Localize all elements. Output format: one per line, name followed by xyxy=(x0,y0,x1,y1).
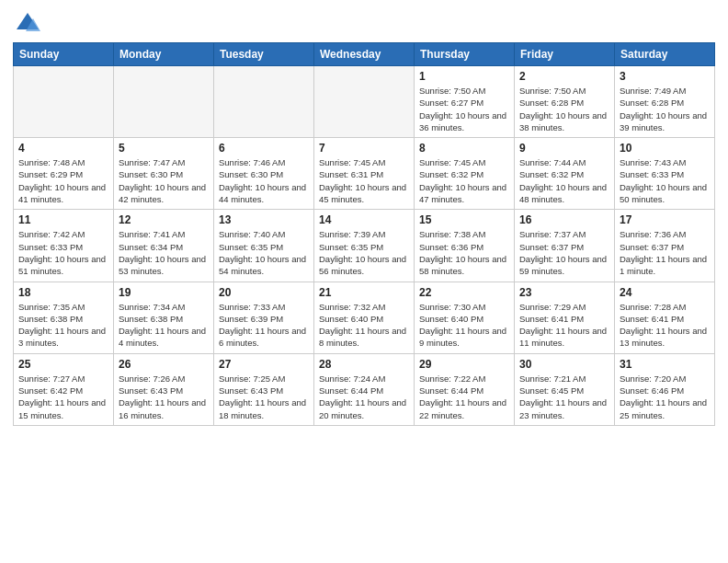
day-info: Sunrise: 7:45 AMSunset: 6:31 PMDaylight:… xyxy=(319,156,409,205)
day-number: 5 xyxy=(119,142,209,155)
day-number: 21 xyxy=(319,286,409,299)
day-cell: 16Sunrise: 7:37 AMSunset: 6:37 PMDayligh… xyxy=(515,210,615,282)
day-number: 30 xyxy=(519,358,609,371)
day-cell: 4Sunrise: 7:48 AMSunset: 6:29 PMDaylight… xyxy=(14,138,114,210)
day-header-friday: Friday xyxy=(515,43,615,66)
day-number: 20 xyxy=(219,286,309,299)
day-number: 1 xyxy=(419,70,509,83)
week-row-1: 1Sunrise: 7:50 AMSunset: 6:27 PMDaylight… xyxy=(14,66,715,138)
day-number: 11 xyxy=(18,213,108,226)
day-number: 14 xyxy=(319,213,409,226)
day-cell xyxy=(14,66,114,138)
day-cell: 7Sunrise: 7:45 AMSunset: 6:31 PMDaylight… xyxy=(314,138,415,210)
day-header-monday: Monday xyxy=(114,43,214,66)
day-cell: 10Sunrise: 7:43 AMSunset: 6:33 PMDayligh… xyxy=(615,138,715,210)
day-header-row: SundayMondayTuesdayWednesdayThursdayFrid… xyxy=(14,43,715,66)
day-header-saturday: Saturday xyxy=(615,43,715,66)
day-info: Sunrise: 7:33 AMSunset: 6:39 PMDaylight:… xyxy=(219,301,309,350)
day-info: Sunrise: 7:46 AMSunset: 6:30 PMDaylight:… xyxy=(219,156,309,205)
day-number: 12 xyxy=(119,213,209,226)
day-cell: 2Sunrise: 7:50 AMSunset: 6:28 PMDaylight… xyxy=(515,66,615,138)
day-cell: 18Sunrise: 7:35 AMSunset: 6:38 PMDayligh… xyxy=(14,282,114,353)
day-header-thursday: Thursday xyxy=(415,43,515,66)
week-row-4: 18Sunrise: 7:35 AMSunset: 6:38 PMDayligh… xyxy=(14,282,715,353)
day-number: 29 xyxy=(419,358,509,371)
day-cell: 21Sunrise: 7:32 AMSunset: 6:40 PMDayligh… xyxy=(314,282,415,353)
week-row-3: 11Sunrise: 7:42 AMSunset: 6:33 PMDayligh… xyxy=(14,210,715,282)
header xyxy=(13,9,715,35)
logo xyxy=(13,9,40,35)
day-cell: 12Sunrise: 7:41 AMSunset: 6:34 PMDayligh… xyxy=(114,210,214,282)
day-number: 28 xyxy=(319,358,409,371)
day-cell: 31Sunrise: 7:20 AMSunset: 6:46 PMDayligh… xyxy=(615,353,715,425)
day-cell: 17Sunrise: 7:36 AMSunset: 6:37 PMDayligh… xyxy=(615,210,715,282)
day-number: 18 xyxy=(18,286,108,299)
day-cell: 8Sunrise: 7:45 AMSunset: 6:32 PMDaylight… xyxy=(415,138,515,210)
day-number: 23 xyxy=(519,286,609,299)
week-row-2: 4Sunrise: 7:48 AMSunset: 6:29 PMDaylight… xyxy=(14,138,715,210)
day-number: 24 xyxy=(620,286,710,299)
day-info: Sunrise: 7:35 AMSunset: 6:38 PMDaylight:… xyxy=(18,301,108,350)
day-cell: 9Sunrise: 7:44 AMSunset: 6:32 PMDaylight… xyxy=(515,138,615,210)
day-info: Sunrise: 7:37 AMSunset: 6:37 PMDaylight:… xyxy=(519,228,609,277)
day-cell: 29Sunrise: 7:22 AMSunset: 6:44 PMDayligh… xyxy=(415,353,515,425)
day-header-tuesday: Tuesday xyxy=(214,43,314,66)
day-info: Sunrise: 7:47 AMSunset: 6:30 PMDaylight:… xyxy=(119,156,209,205)
day-cell: 14Sunrise: 7:39 AMSunset: 6:35 PMDayligh… xyxy=(314,210,415,282)
day-number: 19 xyxy=(119,286,209,299)
day-number: 9 xyxy=(519,142,609,155)
day-info: Sunrise: 7:22 AMSunset: 6:44 PMDaylight:… xyxy=(419,373,509,421)
day-info: Sunrise: 7:41 AMSunset: 6:34 PMDaylight:… xyxy=(119,228,209,277)
day-cell: 24Sunrise: 7:28 AMSunset: 6:41 PMDayligh… xyxy=(615,282,715,353)
calendar-table: SundayMondayTuesdayWednesdayThursdayFrid… xyxy=(13,42,715,426)
day-info: Sunrise: 7:26 AMSunset: 6:43 PMDaylight:… xyxy=(119,373,209,421)
day-number: 26 xyxy=(119,358,209,371)
day-info: Sunrise: 7:38 AMSunset: 6:36 PMDaylight:… xyxy=(419,228,509,277)
day-info: Sunrise: 7:28 AMSunset: 6:41 PMDaylight:… xyxy=(620,301,710,350)
day-info: Sunrise: 7:20 AMSunset: 6:46 PMDaylight:… xyxy=(620,373,710,421)
day-info: Sunrise: 7:32 AMSunset: 6:40 PMDaylight:… xyxy=(319,301,409,350)
day-cell: 1Sunrise: 7:50 AMSunset: 6:27 PMDaylight… xyxy=(415,66,515,138)
day-info: Sunrise: 7:21 AMSunset: 6:45 PMDaylight:… xyxy=(519,373,609,421)
day-cell: 3Sunrise: 7:49 AMSunset: 6:28 PMDaylight… xyxy=(615,66,715,138)
day-number: 4 xyxy=(18,142,108,155)
day-header-sunday: Sunday xyxy=(14,43,114,66)
week-row-5: 25Sunrise: 7:27 AMSunset: 6:42 PMDayligh… xyxy=(14,353,715,425)
day-cell: 23Sunrise: 7:29 AMSunset: 6:41 PMDayligh… xyxy=(515,282,615,353)
day-number: 15 xyxy=(419,213,509,226)
day-info: Sunrise: 7:29 AMSunset: 6:41 PMDaylight:… xyxy=(519,301,609,350)
day-info: Sunrise: 7:43 AMSunset: 6:33 PMDaylight:… xyxy=(620,156,710,205)
day-cell: 11Sunrise: 7:42 AMSunset: 6:33 PMDayligh… xyxy=(14,210,114,282)
day-number: 6 xyxy=(219,142,309,155)
day-number: 2 xyxy=(519,70,609,83)
day-info: Sunrise: 7:42 AMSunset: 6:33 PMDaylight:… xyxy=(18,228,108,277)
day-info: Sunrise: 7:50 AMSunset: 6:28 PMDaylight:… xyxy=(519,85,609,133)
day-number: 22 xyxy=(419,286,509,299)
day-cell: 25Sunrise: 7:27 AMSunset: 6:42 PMDayligh… xyxy=(14,353,114,425)
day-number: 25 xyxy=(18,358,108,371)
day-number: 17 xyxy=(620,213,710,226)
day-cell: 20Sunrise: 7:33 AMSunset: 6:39 PMDayligh… xyxy=(214,282,314,353)
day-info: Sunrise: 7:40 AMSunset: 6:35 PMDaylight:… xyxy=(219,228,309,277)
day-cell: 5Sunrise: 7:47 AMSunset: 6:30 PMDaylight… xyxy=(114,138,214,210)
day-number: 16 xyxy=(519,213,609,226)
day-cell xyxy=(214,66,314,138)
day-info: Sunrise: 7:34 AMSunset: 6:38 PMDaylight:… xyxy=(119,301,209,350)
day-cell: 26Sunrise: 7:26 AMSunset: 6:43 PMDayligh… xyxy=(114,353,214,425)
day-cell: 28Sunrise: 7:24 AMSunset: 6:44 PMDayligh… xyxy=(314,353,415,425)
day-cell: 19Sunrise: 7:34 AMSunset: 6:38 PMDayligh… xyxy=(114,282,214,353)
day-number: 3 xyxy=(620,70,710,83)
day-info: Sunrise: 7:24 AMSunset: 6:44 PMDaylight:… xyxy=(319,373,409,421)
day-cell: 6Sunrise: 7:46 AMSunset: 6:30 PMDaylight… xyxy=(214,138,314,210)
day-cell xyxy=(114,66,214,138)
day-number: 8 xyxy=(419,142,509,155)
day-cell: 13Sunrise: 7:40 AMSunset: 6:35 PMDayligh… xyxy=(214,210,314,282)
day-number: 7 xyxy=(319,142,409,155)
day-info: Sunrise: 7:44 AMSunset: 6:32 PMDaylight:… xyxy=(519,156,609,205)
day-info: Sunrise: 7:30 AMSunset: 6:40 PMDaylight:… xyxy=(419,301,509,350)
day-cell: 15Sunrise: 7:38 AMSunset: 6:36 PMDayligh… xyxy=(415,210,515,282)
day-info: Sunrise: 7:48 AMSunset: 6:29 PMDaylight:… xyxy=(18,156,108,205)
day-info: Sunrise: 7:45 AMSunset: 6:32 PMDaylight:… xyxy=(419,156,509,205)
day-info: Sunrise: 7:27 AMSunset: 6:42 PMDaylight:… xyxy=(18,373,108,421)
day-info: Sunrise: 7:25 AMSunset: 6:43 PMDaylight:… xyxy=(219,373,309,421)
